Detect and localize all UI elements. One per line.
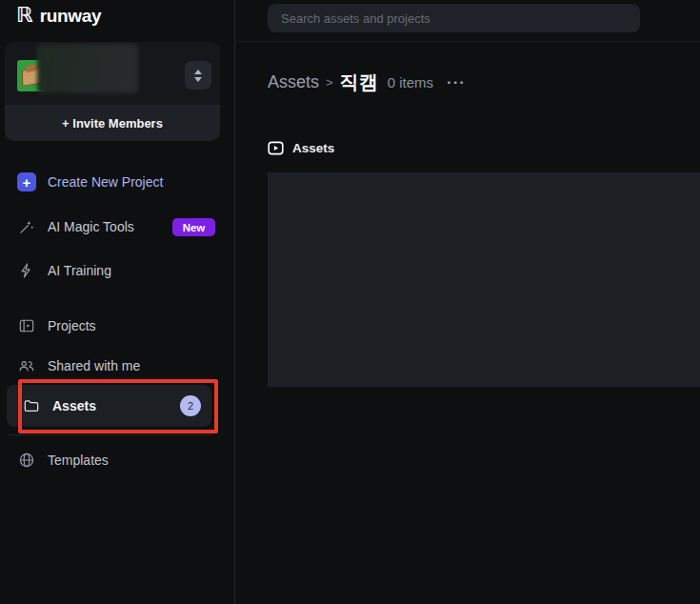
sidebar-divider: [8, 434, 211, 435]
magic-wand-icon: [17, 217, 36, 236]
breadcrumb-assets-link[interactable]: Assets: [268, 72, 319, 92]
new-badge: New: [172, 218, 215, 236]
workspace-card: + Invite Members: [5, 42, 220, 141]
breadcrumb-separator: >: [326, 75, 333, 90]
create-new-project-button[interactable]: + Create New Project: [17, 172, 163, 191]
top-bar: [236, 0, 700, 42]
ai-magic-tools-label: AI Magic Tools: [48, 219, 134, 234]
chevron-up-icon: [194, 70, 202, 74]
people-icon: [17, 356, 36, 375]
projects-label: Projects: [48, 318, 96, 333]
plus-icon: +: [17, 172, 36, 191]
runway-wordmark: runway: [40, 7, 102, 25]
assets-section-header: Assets: [268, 140, 334, 156]
create-new-project-label: Create New Project: [48, 174, 163, 190]
folder-icon: [22, 396, 41, 415]
sidebar: ℝ runway + Invite Members + Create New P…: [0, 0, 235, 604]
items-count: 0 items: [388, 74, 433, 91]
globe-icon: [17, 451, 36, 470]
workspace-name-redacted: [37, 44, 138, 93]
workspace-switcher-button[interactable]: [185, 61, 211, 90]
main-content: Assets > 직캠 0 items ··· Assets: [236, 0, 700, 604]
sidebar-item-ai-magic-tools[interactable]: AI Magic Tools: [17, 217, 134, 236]
projects-icon: [17, 316, 36, 335]
templates-label: Templates: [48, 453, 109, 468]
breadcrumb-current-folder: 직캠: [340, 70, 378, 95]
sidebar-item-templates[interactable]: Templates: [17, 451, 109, 470]
sidebar-item-projects[interactable]: Projects: [17, 316, 96, 335]
sidebar-item-shared-with-me[interactable]: Shared with me: [17, 356, 140, 375]
lightning-bolt-icon: [17, 261, 36, 280]
assets-count-badge: 2: [180, 395, 201, 416]
invite-members-button[interactable]: + Invite Members: [5, 105, 220, 141]
runway-logo[interactable]: ℝ runway: [16, 5, 101, 26]
runway-app-window: ℝ runway + Invite Members + Create New P…: [0, 0, 700, 604]
sidebar-item-assets[interactable]: Assets 2: [7, 385, 211, 427]
chevron-down-icon: [194, 77, 202, 82]
video-icon: [268, 140, 284, 156]
assets-label: Assets: [52, 398, 96, 413]
breadcrumb: Assets > 직캠 0 items ···: [268, 70, 466, 95]
search-input[interactable]: [268, 4, 640, 32]
ai-training-label: AI Training: [48, 263, 111, 278]
more-options-icon[interactable]: ···: [447, 74, 466, 91]
sidebar-item-ai-training[interactable]: AI Training: [17, 261, 111, 280]
shared-with-me-label: Shared with me: [48, 358, 140, 373]
assets-empty-panel: [268, 172, 700, 387]
runway-logo-icon: ℝ: [16, 5, 33, 26]
assets-section-title: Assets: [292, 141, 334, 155]
